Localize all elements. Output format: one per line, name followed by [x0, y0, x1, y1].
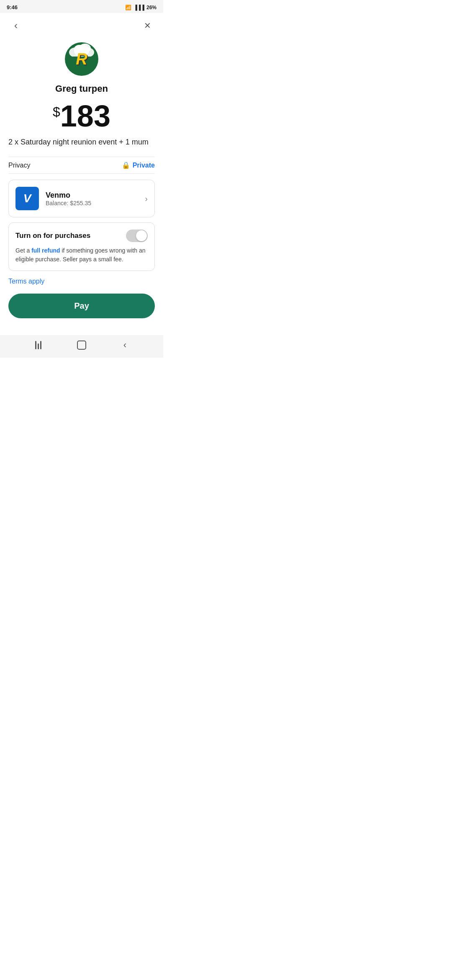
pay-button[interactable]: Pay: [8, 294, 155, 318]
signal-icon: ▐▐▐: [134, 5, 144, 10]
merchant-logo-letter: R: [76, 50, 87, 68]
privacy-row: Privacy 🔒 Private: [8, 157, 155, 174]
privacy-value-text: Private: [133, 162, 155, 169]
back-nav-button[interactable]: ‹: [119, 339, 131, 351]
back-chevron-icon: ‹: [14, 20, 18, 31]
venmo-name: Venmo: [46, 191, 138, 200]
privacy-label: Privacy: [8, 162, 30, 169]
venmo-payment-card[interactable]: V Venmo Balance: $255.35 ›: [8, 180, 155, 217]
protection-header: Turn on for purchases: [15, 230, 148, 242]
protection-description: Get a full refund if something goes wron…: [15, 246, 148, 264]
close-button[interactable]: ✕: [140, 18, 155, 33]
home-button[interactable]: [76, 339, 87, 351]
venmo-logo: V: [15, 187, 39, 210]
merchant-logo: R: [65, 42, 98, 76]
amount-value: 183: [60, 101, 110, 131]
toggle-knob: [136, 230, 147, 241]
battery-text: 26%: [146, 5, 157, 10]
venmo-info: Venmo Balance: $255.35: [46, 191, 138, 206]
venmo-logo-letter: V: [23, 192, 31, 205]
main-content: R Greg turpen $ 183 2 x Saturday night r…: [0, 38, 163, 335]
amount-dollar-sign: $: [53, 104, 60, 120]
protection-highlight: full refund: [31, 247, 60, 254]
protection-desc-part1: Get a: [15, 247, 31, 254]
wifi-icon: 📶: [125, 5, 131, 10]
recent-apps-button[interactable]: [33, 339, 44, 351]
back-button[interactable]: ‹: [8, 18, 23, 33]
purchase-protection-card: Turn on for purchases Get a full refund …: [8, 222, 155, 271]
back-nav-icon: ‹: [123, 340, 126, 351]
amount-container: $ 183: [53, 101, 110, 131]
protection-toggle[interactable]: [126, 230, 148, 242]
chevron-right-icon: ›: [145, 194, 148, 204]
privacy-value-button[interactable]: 🔒 Private: [122, 161, 155, 169]
nav-bar: ‹ ✕: [0, 13, 163, 38]
protection-title: Turn on for purchases: [15, 232, 90, 240]
lock-icon: 🔒: [122, 161, 130, 169]
bottom-nav-bar: ‹: [0, 335, 163, 358]
payment-description: 2 x Saturday night reunion event + 1 mum: [8, 138, 155, 147]
terms-apply-link[interactable]: Terms apply: [8, 278, 155, 285]
recent-apps-icon: [35, 341, 41, 349]
merchant-name: Greg turpen: [55, 83, 108, 94]
close-icon: ✕: [144, 21, 151, 31]
venmo-balance: Balance: $255.35: [46, 200, 138, 206]
home-icon: [77, 340, 86, 350]
status-icons: 📶 ▐▐▐ 26%: [125, 5, 157, 10]
status-bar: 9:46 📶 ▐▐▐ 26%: [0, 0, 163, 13]
status-time: 9:46: [7, 4, 18, 10]
